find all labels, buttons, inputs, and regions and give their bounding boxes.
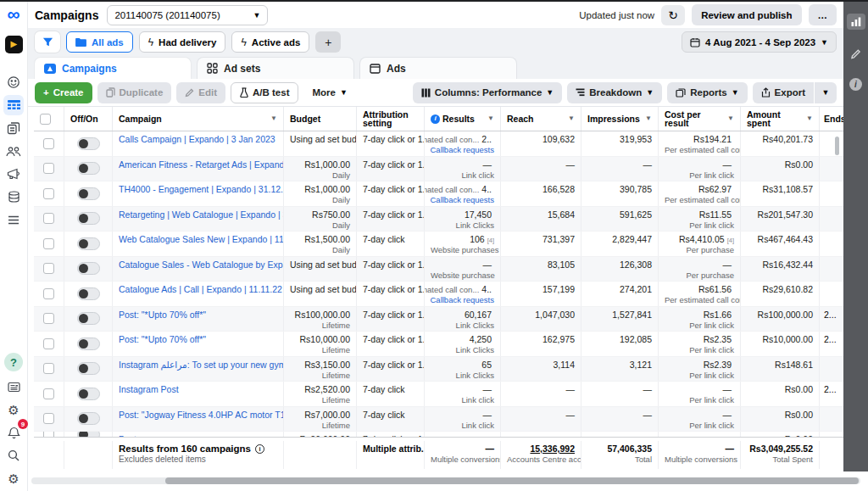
filter-active-ads[interactable]: ϟ Active ads [231,31,309,53]
window-top-edge [0,0,868,2]
search-icon[interactable] [3,445,24,466]
breakdown-button[interactable]: Breakdown ▼ [567,82,662,103]
col-attribution[interactable]: Attribution setting [357,107,425,131]
col-cost-per-result[interactable]: Cost per result▼ [659,107,741,131]
off-on-toggle[interactable] [77,388,100,400]
audiences-icon[interactable] [3,141,24,161]
menu-icon[interactable] [3,209,24,230]
row-checkbox[interactable] [43,238,54,249]
campaign-link[interactable]: Post: "Jogway Fitness 4.0HP AC motor T19… [119,410,284,420]
meta-logo[interactable]: ∞ [8,7,20,22]
select-all-header[interactable] [34,107,64,131]
edit-pencil-icon[interactable] [850,48,861,59]
col-ends[interactable]: Ends [820,107,843,131]
row-checkbox[interactable] [43,413,54,424]
campaign-link[interactable]: American Fitness - Retarget Ads | Expand… [119,159,284,170]
row-checkbox[interactable] [43,338,54,349]
row-checkbox[interactable] [43,363,54,374]
off-on-toggle[interactable] [77,432,100,437]
row-checkbox[interactable] [43,263,54,274]
tab-ad-sets[interactable]: Ad sets [197,57,354,79]
campaign-link[interactable]: Instagram مراعلم: To set up your new gym… [119,360,284,370]
export-dropdown-button[interactable]: ▼ [815,82,837,103]
billing-coins-icon[interactable] [3,187,24,207]
off-on-toggle[interactable] [77,338,100,350]
settings-gear-icon[interactable]: ⚙ [3,399,24,420]
off-on-toggle[interactable] [77,287,100,300]
row-checkbox[interactable] [43,163,54,174]
campaign-link[interactable]: TH4000 - Engagement | Expando | 31.12.22 [119,184,284,194]
off-on-toggle[interactable] [77,162,100,175]
row-checkbox[interactable] [43,188,54,199]
more-menu-button[interactable]: More ▼ [303,82,355,103]
col-budget[interactable]: Budget [284,107,357,131]
campaign-link[interactable]: Catalogue Ads | Call | Expando | 11.11.2… [119,284,282,294]
campaign-link[interactable]: Web Catalogue Sales New | Expando | 11.1… [119,234,284,244]
col-reach[interactable]: Reach▼ [501,107,581,131]
tab-campaigns[interactable]: Campaigns [34,57,192,79]
news-icon[interactable] [3,377,24,397]
off-on-toggle[interactable] [77,137,100,150]
help-icon[interactable]: ? [4,353,23,371]
create-button[interactable]: + Create [35,82,92,103]
export-button[interactable]: Export [753,82,814,103]
select-all-checkbox[interactable] [40,114,51,125]
campaign-link[interactable]: Retargeting | Web Catalogue | Expando | … [119,209,284,220]
off-on-toggle[interactable] [77,312,100,325]
off-on-toggle[interactable] [77,362,100,375]
duplicate-button[interactable]: Duplicate [97,82,172,103]
row-checkbox[interactable] [43,288,54,299]
pages-icon[interactable] [3,118,24,138]
row-checkbox[interactable] [43,388,54,399]
smiley-icon[interactable] [3,72,24,92]
filter-had-delivery[interactable]: ϟ Had delivery [139,31,226,53]
col-impressions[interactable]: Impressions▼ [581,107,659,131]
vertical-scrollbar[interactable] [835,137,839,155]
col-campaign[interactable]: Campaign▼ [113,107,284,131]
footer-reach-total[interactable]: 15,336,992 [507,444,575,454]
off-on-toggle[interactable] [77,262,100,275]
filters-button[interactable] [35,31,60,53]
col-amount-spent[interactable]: Amount spent▼ [741,107,820,131]
filter-all-ads[interactable]: All ads [66,31,133,53]
more-options-button[interactable]: … [809,4,837,25]
add-filter-button[interactable]: + [315,31,341,53]
callback-requests-link[interactable]: Callback requests [430,195,494,204]
account-dropdown[interactable]: 201140075 (201140075) ▼ [107,5,268,25]
table-row: Catalogue Sales - Web Catalogue by Expan… [34,257,843,282]
info-icon[interactable]: i [255,444,264,454]
callback-requests-link[interactable]: Callback requests [430,145,494,154]
callback-requests-link[interactable]: Callback requests [430,295,494,304]
ads-megaphone-icon[interactable] [3,164,24,184]
ab-test-button[interactable]: A/B test [231,82,298,103]
insights-chart-icon[interactable] [847,14,865,30]
campaign-link[interactable]: Post: "*Upto 70% off*" [119,334,206,344]
row-checkbox[interactable] [43,432,54,437]
horizontal-scrollbar[interactable] [165,477,859,484]
off-on-toggle[interactable] [77,212,100,225]
campaign-link[interactable]: Post: ... [119,434,149,437]
campaign-link[interactable]: Instagram Post [119,384,179,394]
off-on-toggle[interactable] [77,187,100,200]
off-on-toggle[interactable] [77,237,100,250]
campaign-link[interactable]: Post: "*Upto 70% off*" [119,310,206,320]
review-publish-button[interactable]: Review and publish [692,4,801,25]
campaign-link[interactable]: Catalogue Sales - Web Catalogue by Expan… [119,259,284,270]
info-circle-icon[interactable]: i [849,78,862,91]
campaign-link[interactable]: Calls Campaign | Expando | 3 Jan 2023 [119,134,275,144]
off-on-toggle[interactable] [77,412,100,425]
refresh-button[interactable]: ↻ [661,5,685,25]
row-checkbox[interactable] [43,313,54,324]
columns-button[interactable]: Columns: Performance ▼ [413,82,562,103]
notifications-icon[interactable]: 9 [3,422,24,443]
row-checkbox[interactable] [43,213,54,224]
business-app-badge[interactable] [5,36,23,53]
reports-button[interactable]: Reports ▼ [667,82,747,103]
campaigns-table-icon[interactable] [3,95,24,115]
date-range-button[interactable]: 4 Aug 2021 - 4 Sep 2023 ▼ [682,31,837,53]
col-results[interactable]: iResults▼ [425,107,501,131]
edit-button[interactable]: Edit [176,82,225,103]
business-settings-icon[interactable]: ⚙ [3,468,24,488]
row-checkbox[interactable] [43,138,54,149]
tab-ads[interactable]: Ads [359,57,517,79]
